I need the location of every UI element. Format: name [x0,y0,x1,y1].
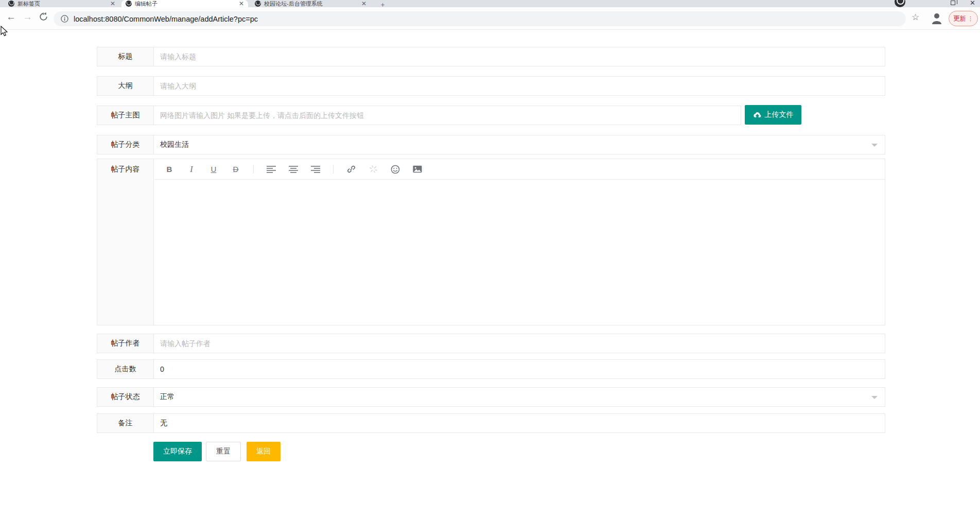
page-info-icon[interactable] [61,15,68,23]
insert-image-icon[interactable] [413,165,422,174]
cloud-upload-icon [753,111,762,118]
strikethrough-icon[interactable]: D [231,165,240,174]
upload-file-label: 上传文件 [765,110,794,119]
profile-avatar-icon[interactable] [931,12,942,25]
author-label: 帖子作者 [97,334,154,353]
upload-file-button[interactable]: 上传文件 [745,105,801,125]
form-row-author: 帖子作者 [97,334,885,353]
tab-title: 新标签页 [18,0,107,7]
site-favicon-icon [255,1,261,7]
tab-close-icon[interactable]: ✕ [239,1,244,7]
chrome-update-menu-button[interactable]: 更新 ⋮ [949,11,978,26]
link-icon[interactable] [346,165,356,174]
clicks-input[interactable] [160,365,879,373]
category-select[interactable] [160,141,879,149]
outline-input[interactable] [160,82,879,90]
address-bar[interactable]: localhost:8080/CommonWeb/manage/addArtic… [54,11,906,26]
tab-new-tab[interactable]: 新标签页 ✕ [4,0,119,7]
tab-title: 校园论坛-后台管理系统 [264,0,358,7]
window-close-button[interactable]: ✕ [970,0,975,7]
form-row-main-image: 帖子主图 [97,106,741,125]
italic-icon[interactable]: I [187,165,196,174]
form-row-category: 帖子分类 [97,135,885,154]
title-input[interactable] [160,53,879,61]
tab-forum-admin[interactable]: 校园论坛-后台管理系统 ✕ [251,0,371,7]
toolbar-divider [253,165,254,174]
toolbar-divider [333,165,334,174]
status-select[interactable] [160,393,879,401]
chevron-down-icon[interactable] [871,396,878,399]
remark-input[interactable] [160,419,879,427]
url-text[interactable]: localhost:8080/CommonWeb/manage/addArtic… [74,15,258,23]
tab-close-icon[interactable]: ✕ [110,1,115,7]
tab-edit-post[interactable]: 编辑帖子 ✕ [121,0,248,7]
mouse-cursor [1,26,9,37]
bookmark-star-icon[interactable]: ☆ [912,12,919,23]
tab-bar: 新标签页 ✕ 编辑帖子 ✕ 校园论坛-后台管理系统 ✕ ＋ ✕ [0,0,980,7]
align-center-icon[interactable] [289,165,298,174]
reload-button[interactable] [39,12,48,24]
editor-toolbar: B I U D [154,159,885,180]
category-label: 帖子分类 [97,135,154,154]
back-button[interactable]: ← [6,11,16,23]
reset-button[interactable]: 重置 [206,442,241,461]
form-row-title: 标题 [97,47,885,66]
unlink-icon [369,165,378,174]
form-row-clicks: 点击数 [97,359,885,379]
site-favicon-icon [8,1,14,7]
window-restore-button[interactable] [951,1,955,5]
back-button-form[interactable]: 返回 [247,442,281,461]
title-label: 标题 [97,47,154,66]
tab-close-icon[interactable]: ✕ [361,1,366,7]
form-row-remark: 备注 [97,413,885,433]
bold-icon[interactable]: B [165,165,174,174]
editor-content-area[interactable] [154,180,885,325]
kebab-menu-icon: ⋮ [968,16,973,21]
outline-label: 大纲 [97,77,154,95]
main-image-label: 帖子主图 [97,106,154,125]
remark-label: 备注 [97,414,154,432]
author-input[interactable] [160,339,879,348]
clicks-label: 点击数 [97,360,154,378]
reload-icon [39,12,48,21]
chevron-down-icon[interactable] [871,144,878,147]
tab-title: 编辑帖子 [135,0,236,7]
forward-button[interactable]: → [23,11,32,23]
article-form-page: 标题 大纲 帖子主图 上传文件 帖子分类 帖子内容 B I U D [0,30,980,519]
form-row-status: 帖子状态 [97,387,885,407]
underline-icon[interactable]: U [209,165,218,174]
browser-logo-icon [895,0,905,7]
browser-toolbar: ← → localhost:8080/CommonWeb/manage/addA… [0,7,980,30]
save-button[interactable]: 立即保存 [153,442,202,461]
status-label: 帖子状态 [97,388,154,406]
form-row-content: 帖子内容 B I U D [97,159,885,325]
update-label: 更新 [953,14,966,23]
align-right-icon[interactable] [311,165,320,174]
site-favicon-icon [126,1,132,7]
align-left-icon[interactable] [267,165,276,174]
content-label: 帖子内容 [97,159,154,325]
main-image-input[interactable] [160,111,734,119]
form-row-outline: 大纲 [97,76,885,96]
emoji-face-icon[interactable] [391,165,400,174]
